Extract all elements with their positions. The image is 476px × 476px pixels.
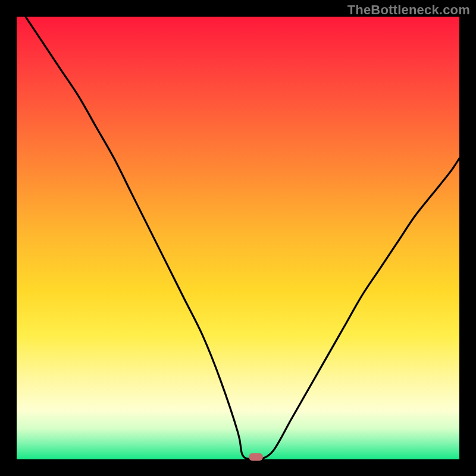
plot-area [17,17,459,459]
optimal-marker [249,453,263,461]
chart-frame: TheBottleneck.com [0,0,476,476]
curve-svg [17,17,459,459]
watermark-text: TheBottleneck.com [347,2,470,18]
bottleneck-curve [26,17,459,460]
